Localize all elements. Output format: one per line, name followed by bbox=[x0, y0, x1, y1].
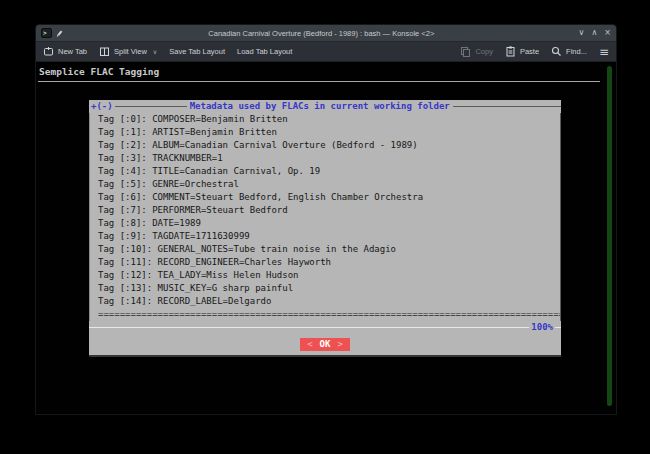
scrollbar-thumb[interactable] bbox=[607, 66, 612, 406]
equals-separator: ========================================… bbox=[98, 308, 560, 321]
paste-button[interactable]: Paste bbox=[505, 46, 539, 57]
tag-line: Tag [:13]: MUSIC_KEY=G sharp painful bbox=[98, 282, 560, 295]
tag-line: Tag [:11]: RECORD_ENGINEER=Charles Haywo… bbox=[98, 256, 560, 269]
copy-label: Copy bbox=[475, 47, 493, 56]
tag-line: Tag [:6]: COMMENT=Steuart Bedford, Engli… bbox=[98, 191, 560, 204]
dialog-top-border: +(-) Metadata used by FLACs in current w… bbox=[89, 100, 561, 113]
title-bar-icons: > bbox=[41, 24, 64, 42]
minimize-button[interactable]: ∨ bbox=[579, 29, 585, 37]
heading-separator bbox=[38, 81, 600, 82]
dialog-bottom-border: 100% bbox=[89, 321, 561, 333]
tag-line: Tag [:5]: GENRE=Orchestral bbox=[98, 178, 560, 191]
dialog-button-row: < OK > bbox=[89, 333, 561, 355]
copy-icon bbox=[460, 46, 471, 57]
border-line bbox=[555, 327, 561, 328]
border-line bbox=[115, 106, 187, 107]
border-line bbox=[89, 327, 529, 328]
split-view-button[interactable]: Split View ∨ bbox=[99, 46, 157, 57]
tag-line: Tag [:7]: PERFORMER=Steuart Bedford bbox=[98, 204, 560, 217]
tag-line: Tag [:12]: TEA_LADY=Miss Helen Hudson bbox=[98, 269, 560, 282]
tag-line: Tag [:3]: TRACKNUMBER=1 bbox=[98, 152, 560, 165]
scrollbar[interactable] bbox=[604, 62, 616, 414]
scroll-percent: 100% bbox=[529, 321, 555, 333]
tag-list: Tag [:0]: COMPOSER=Benjamin Britten Tag … bbox=[89, 113, 561, 321]
close-button[interactable]: × bbox=[604, 29, 611, 37]
find-label: Find... bbox=[566, 47, 587, 56]
tag-line: Tag [:2]: ALBUM=Canadian Carnival Overtu… bbox=[98, 139, 560, 152]
maximize-button[interactable]: ∧ bbox=[591, 29, 597, 37]
tag-line: Tag [:4]: TITLE=Canadian Carnival, Op. 1… bbox=[98, 165, 560, 178]
scroll-indicator: +(-) bbox=[91, 100, 113, 113]
terminal-area[interactable]: Semplice FLAC Tagging +(-) Metadata used… bbox=[36, 62, 616, 414]
load-tab-layout-button[interactable]: Load Tab Layout bbox=[237, 47, 292, 56]
tag-line: Tag [:1]: ARTIST=Benjamin Britten bbox=[98, 126, 560, 139]
ok-right-arrow: > bbox=[337, 338, 342, 351]
search-icon bbox=[551, 46, 562, 57]
window-title: Canadian Carnival Overture (Bedford - 19… bbox=[64, 29, 579, 38]
metadata-dialog: +(-) Metadata used by FLACs in current w… bbox=[89, 100, 561, 357]
konsole-window: > Canadian Carnival Overture (Bedford - … bbox=[35, 24, 617, 415]
new-tab-icon bbox=[43, 46, 54, 57]
paste-icon bbox=[505, 46, 516, 57]
hamburger-menu-icon[interactable]: ≡ bbox=[599, 46, 609, 58]
window-controls: ∨ ∧ × bbox=[579, 29, 611, 37]
tag-line: Tag [:9]: TAGDATE=1711630999 bbox=[98, 230, 560, 243]
save-tab-layout-button[interactable]: Save Tab Layout bbox=[169, 47, 225, 56]
paste-label: Paste bbox=[520, 47, 539, 56]
ok-label: OK bbox=[320, 338, 331, 351]
toolbar: New Tab Split View ∨ Save Tab Layout Loa… bbox=[36, 42, 616, 62]
tag-line: Tag [:0]: COMPOSER=Benjamin Britten bbox=[98, 113, 560, 126]
terminal-heading: Semplice FLAC Tagging bbox=[39, 66, 159, 77]
save-tab-layout-label: Save Tab Layout bbox=[169, 47, 225, 56]
split-view-icon bbox=[99, 46, 110, 57]
find-button[interactable]: Find... bbox=[551, 46, 587, 57]
title-bar[interactable]: > Canadian Carnival Overture (Bedford - … bbox=[36, 25, 616, 42]
desktop-background: > Canadian Carnival Overture (Bedford - … bbox=[0, 0, 650, 454]
tag-line: Tag [:10]: GENERAL_NOTES=Tube train nois… bbox=[98, 243, 560, 256]
chevron-down-icon: ∨ bbox=[153, 48, 157, 55]
ok-left-arrow: < bbox=[307, 338, 312, 351]
new-tab-label: New Tab bbox=[58, 47, 87, 56]
copy-button[interactable]: Copy bbox=[460, 46, 493, 57]
new-tab-button[interactable]: New Tab bbox=[43, 46, 87, 57]
tag-line: Tag [:8]: DATE=1989 bbox=[98, 217, 560, 230]
dialog-title: Metadata used by FLACs in current workin… bbox=[187, 100, 453, 113]
split-view-label: Split View bbox=[114, 47, 147, 56]
ok-button[interactable]: < OK > bbox=[300, 338, 350, 351]
tag-line: Tag [:14]: RECORD_LABEL=Delgardo bbox=[98, 295, 560, 308]
load-tab-layout-label: Load Tab Layout bbox=[237, 47, 292, 56]
border-line bbox=[453, 106, 561, 107]
